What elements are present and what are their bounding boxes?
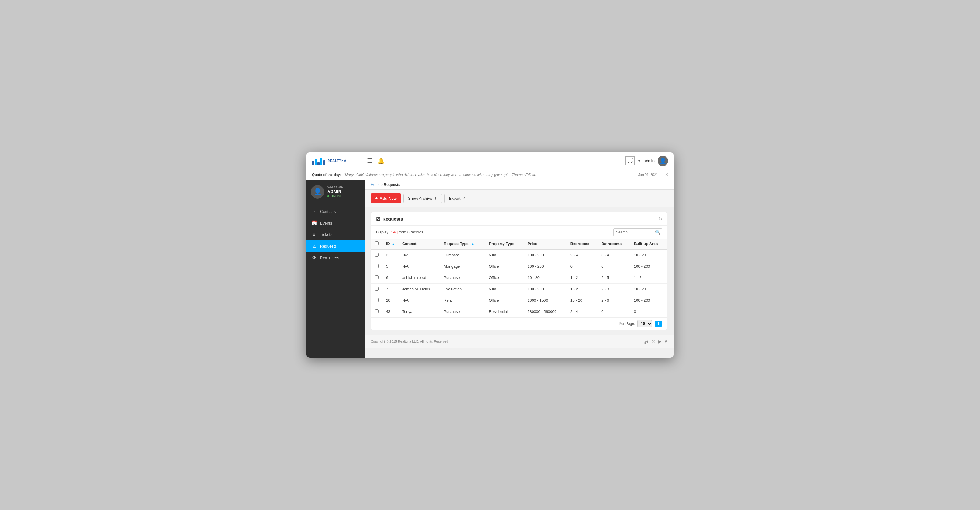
export-button[interactable]: Export ↗: [444, 194, 471, 203]
sidebar-item-label: Contacts: [320, 209, 336, 214]
sidebar-nav: ☑ Contacts 📅 Events ≡ Tickets ☑ Requests…: [307, 203, 364, 266]
add-new-button[interactable]: + Add New: [371, 193, 401, 203]
top-navigation: REALTYNA ☰ 🔔 ⛶ ▼ admin 👤: [307, 152, 673, 169]
table-row: 6 ashish rajpoot Purchase Office 10 - 20…: [371, 272, 667, 284]
cell-bedrooms: 2 - 4: [567, 306, 598, 317]
header-builtup[interactable]: Built-up Area: [630, 239, 667, 249]
cell-request-type: Purchase: [440, 272, 485, 284]
sidebar-username: ADMIN: [327, 189, 343, 194]
cell-contact: ashish rajpoot: [399, 272, 440, 284]
bell-icon[interactable]: 🔔: [377, 158, 384, 164]
header-contact[interactable]: Contact: [399, 239, 440, 249]
youtube-icon[interactable]: ▶: [658, 339, 662, 344]
row-checkbox-5[interactable]: [375, 309, 379, 313]
cell-property-type: Office: [485, 295, 524, 306]
row-checkbox-cell: [371, 249, 382, 261]
sidebar-item-label: Requests: [320, 244, 337, 249]
header-bathrooms[interactable]: Bathrooms: [598, 239, 630, 249]
add-new-label: Add New: [380, 196, 397, 201]
table-card-header: ☑ Requests ↻: [371, 212, 667, 226]
contacts-icon: ☑: [311, 209, 317, 214]
row-checkbox-3[interactable]: [375, 287, 379, 291]
main-layout: 👤 WELCOME ADMIN ONLINE ☑ Contacts 📅: [307, 180, 673, 358]
row-checkbox-4[interactable]: [375, 298, 379, 302]
sidebar-item-tickets[interactable]: ≡ Tickets: [307, 229, 364, 240]
sidebar-item-events[interactable]: 📅 Events: [307, 217, 364, 229]
table-header-row: ID ▲ Contact Request Type ▲ Property Typ…: [371, 239, 667, 249]
avatar[interactable]: 👤: [658, 156, 668, 166]
search-input[interactable]: [613, 228, 662, 236]
row-checkbox-cell: [371, 261, 382, 272]
hamburger-icon[interactable]: ☰: [367, 157, 372, 164]
cell-property-type: Residential: [485, 306, 524, 317]
sidebar-avatar: 👤: [311, 185, 324, 199]
breadcrumb-current: Requests: [384, 183, 400, 187]
cell-bathrooms: 2 - 5: [598, 272, 630, 284]
twitter-icon[interactable]: 𝕏: [652, 339, 655, 344]
header-property-type[interactable]: Property Type: [485, 239, 524, 249]
header-price[interactable]: Price: [524, 239, 567, 249]
show-archive-button[interactable]: Show Archive ⇓: [403, 194, 442, 203]
row-checkbox-1[interactable]: [375, 264, 379, 268]
pinterest-icon[interactable]: P: [665, 339, 667, 344]
filter-icon[interactable]: ▲: [471, 242, 474, 246]
table-row: 3 N/A Purchase Villa 100 - 200 2 - 4 3 -…: [371, 249, 667, 261]
table-toolbar: Display [1-6] from 6 records 🔍: [371, 226, 667, 239]
sidebar-item-contacts[interactable]: ☑ Contacts: [307, 206, 364, 217]
cell-builtup: 100 - 200: [630, 295, 667, 306]
header-checkbox: [371, 239, 382, 249]
sidebar-user-info: WELCOME ADMIN ONLINE: [327, 186, 343, 198]
table-row: 43 Tonya Purchase Residential 580000 - 5…: [371, 306, 667, 317]
facebook-icon[interactable]:  f: [637, 339, 641, 344]
header-bedrooms[interactable]: Bedrooms: [567, 239, 598, 249]
refresh-icon[interactable]: ↻: [658, 216, 662, 222]
cell-price: 100 - 200: [524, 249, 567, 261]
cell-price: 580000 - 590000: [524, 306, 567, 317]
display-from: from 6 records: [399, 230, 423, 234]
per-page-select[interactable]: 10 25 50: [638, 320, 652, 327]
breadcrumb: Home › Requests: [364, 180, 673, 190]
display-label: Display: [376, 230, 388, 234]
footer-social:  f g+ 𝕏 ▶ P: [637, 339, 667, 344]
cell-contact: James M. Fields: [399, 284, 440, 295]
sidebar-item-label: Tickets: [320, 232, 332, 237]
logo-text: REALTYNA: [328, 159, 347, 163]
sidebar-item-reminders[interactable]: ⟳ Reminders: [307, 252, 364, 263]
cell-request-type: Mortgage: [440, 261, 485, 272]
header-request-type[interactable]: Request Type ▲: [440, 239, 485, 249]
cell-id: 5: [382, 261, 399, 272]
content-area: Home › Requests + Add New Show Archive ⇓…: [364, 180, 673, 358]
select-all-checkbox[interactable]: [375, 241, 379, 245]
topnav-right: ⛶ ▼ admin 👤: [625, 156, 668, 166]
table-title-text: Requests: [382, 216, 403, 222]
quote-label: Quote of the day:: [312, 173, 341, 177]
row-checkbox-0[interactable]: [375, 253, 379, 257]
googleplus-icon[interactable]: g+: [644, 339, 649, 344]
pagination-row: Per Page: 10 25 50 1: [371, 317, 667, 330]
search-icon[interactable]: 🔍: [655, 230, 660, 235]
table-card-title: ☑ Requests: [376, 216, 403, 222]
page-1-button[interactable]: 1: [655, 320, 662, 327]
requests-table: ID ▲ Contact Request Type ▲ Property Typ…: [371, 239, 667, 317]
header-id[interactable]: ID ▲: [382, 239, 399, 249]
cell-price: 10 - 20: [524, 272, 567, 284]
cell-property-type: Office: [485, 272, 524, 284]
cell-price: 100 - 200: [524, 261, 567, 272]
breadcrumb-home[interactable]: Home: [371, 183, 380, 187]
cell-bathrooms: 2 - 3: [598, 284, 630, 295]
expand-icon[interactable]: ⛶: [625, 156, 635, 165]
search-box: 🔍: [613, 228, 662, 236]
cell-bathrooms: 0: [598, 306, 630, 317]
admin-label: admin: [644, 158, 655, 163]
cell-builtup: 10 - 20: [630, 249, 667, 261]
admin-dropdown-caret[interactable]: ▼: [638, 159, 641, 163]
row-checkbox-2[interactable]: [375, 275, 379, 279]
sidebar-user: 👤 WELCOME ADMIN ONLINE: [307, 180, 364, 203]
sort-arrow-id: ▲: [392, 242, 395, 245]
export-label: Export: [449, 196, 461, 201]
sidebar-item-requests[interactable]: ☑ Requests: [307, 240, 364, 252]
requests-icon: ☑: [311, 243, 317, 249]
display-range: [1-6]: [389, 230, 397, 234]
toolbar: + Add New Show Archive ⇓ Export ↗: [364, 190, 673, 207]
quote-close-button[interactable]: ×: [665, 172, 668, 177]
